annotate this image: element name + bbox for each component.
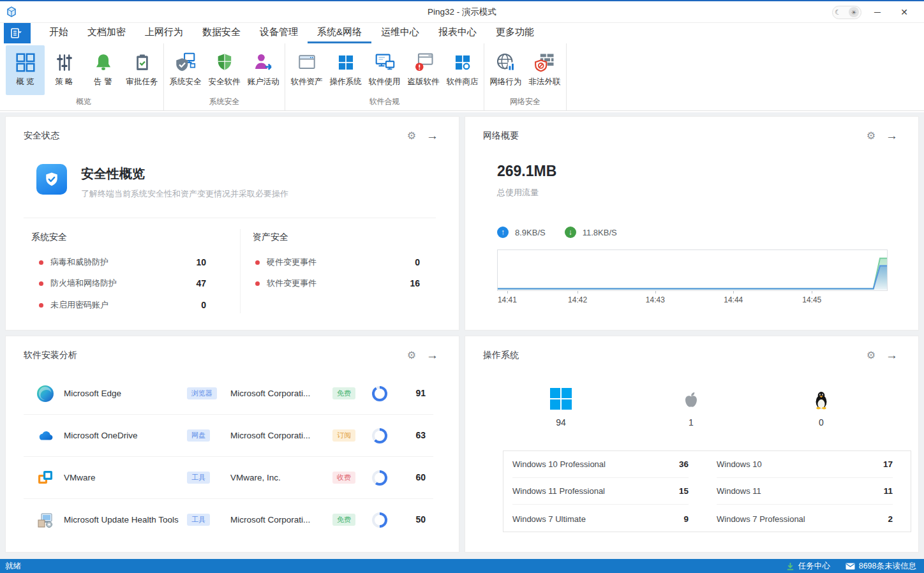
os-table-row[interactable]: Windows 7 Ultimate 9 — [512, 505, 689, 533]
software-row-onedrive[interactable]: Microsoft OneDrive 网盘 Microsoft Corporat… — [24, 415, 433, 457]
ribbon-item-account-activity[interactable]: 账户活动 — [244, 45, 283, 95]
ribbon-item-operating-system[interactable]: 操作系统 — [326, 45, 365, 95]
tab-system-network[interactable]: 系统&网络 — [308, 23, 371, 43]
tab-data-security[interactable]: 数据安全 — [193, 23, 250, 43]
ribbon-item-illegal-connection[interactable]: 非法外联 — [525, 45, 564, 95]
mail-icon — [846, 563, 855, 570]
tab-doc-encryption[interactable]: 文档加密 — [78, 23, 135, 43]
edge-icon — [36, 385, 54, 403]
install-count: 50 — [415, 514, 426, 525]
download-arrow-icon: ↓ — [565, 227, 576, 238]
os-version-count: 9 — [683, 514, 689, 524]
ribbon-item-pirated-software[interactable]: 盗版软件 — [404, 45, 443, 95]
stat-firewall-network[interactable]: 防火墙和网络防护 47 — [39, 278, 206, 289]
os-version-label: Windows 10 — [717, 459, 762, 469]
settings-gear-icon[interactable]: ⚙ — [867, 350, 876, 361]
ribbon-item-label: 安全软件 — [209, 77, 241, 87]
category-badge: 网盘 — [187, 429, 210, 442]
ribbon-group-software-compliance: 软件资产 操作系统 软件使用 — [285, 43, 484, 110]
tab-device-management[interactable]: 设备管理 — [250, 23, 308, 43]
software-row-update-health-tools[interactable]: Microsoft Update Health Tools 工具 Microso… — [24, 499, 433, 541]
stat-label: 未启用密码账户 — [50, 299, 201, 311]
apple-logo-icon — [653, 383, 729, 410]
stat-hardware-change[interactable]: 硬件变更事件 0 — [255, 257, 420, 268]
panel-title: 网络概要 — [483, 130, 519, 142]
window-icon — [295, 48, 318, 77]
divider — [24, 218, 436, 218]
ribbon-item-system-security[interactable]: 系统安全 — [166, 45, 205, 95]
theme-toggle[interactable]: ☾ ☀ — [832, 6, 861, 19]
os-table-row[interactable]: Windows 7 Professional 2 — [717, 505, 893, 533]
alert-dot-icon — [255, 281, 260, 286]
stat-virus-threat[interactable]: 病毒和威胁防护 10 — [39, 257, 206, 268]
tab-more-features[interactable]: 更多功能 — [486, 23, 544, 43]
ribbon-item-software-assets[interactable]: 软件资产 — [287, 45, 326, 95]
ribbon-item-overview[interactable]: 概 览 — [6, 45, 45, 95]
os-version-count: 15 — [679, 486, 689, 496]
x-axis-tick-label: 14:45 — [802, 295, 821, 304]
download-tray-icon — [786, 562, 794, 570]
os-table-row[interactable]: Windows 10 Professional 36 — [512, 451, 689, 478]
section-title-system-security: 系统安全 — [31, 232, 67, 243]
close-button[interactable]: ✕ — [893, 3, 915, 22]
ribbon-item-security-software[interactable]: 安全软件 — [205, 45, 244, 95]
minimize-button[interactable]: ─ — [867, 3, 888, 22]
main-menu-button[interactable] — [4, 23, 31, 43]
ribbon-group-label: 概览 — [6, 95, 161, 111]
software-row-edge[interactable]: Microsoft Edge 浏览器 Microsoft Corporati..… — [24, 373, 433, 415]
settings-gear-icon[interactable]: ⚙ — [867, 131, 876, 141]
section-title-asset-security: 资产安全 — [253, 232, 288, 243]
platform-linux[interactable]: 0 — [783, 383, 860, 428]
ribbon-item-label: 操作系统 — [330, 77, 362, 87]
security-overview: 安全性概览 了解终端当前系统安全性和资产变更情况并采取必要操作 — [36, 164, 288, 200]
stat-no-password-accounts[interactable]: 未启用密码账户 0 — [39, 299, 206, 311]
ribbon-item-software-store[interactable]: 软件商店 — [443, 45, 482, 95]
os-table-row[interactable]: Windows 11 11 — [717, 478, 893, 505]
tab-web-behavior[interactable]: 上网行为 — [135, 23, 193, 43]
software-vendor: Microsoft Corporati... — [230, 389, 326, 398]
unread-messages-button[interactable]: 8698条未读信息 — [846, 561, 916, 572]
software-row-vmware[interactable]: VMware 工具 VMware, Inc. 收费 60 — [24, 457, 433, 499]
tab-report-center[interactable]: 报表中心 — [429, 23, 486, 43]
open-detail-arrow-icon[interactable]: → — [886, 130, 898, 142]
open-detail-arrow-icon[interactable]: → — [426, 349, 438, 361]
ribbon-item-label: 账户活动 — [248, 77, 279, 87]
open-detail-arrow-icon[interactable]: → — [426, 130, 438, 142]
software-vendor: Microsoft Corporati... — [230, 431, 326, 440]
total-traffic-value: 269.1MB — [497, 163, 556, 180]
ribbon-item-software-usage[interactable]: 软件使用 — [365, 45, 404, 95]
windows-grid-icon — [335, 48, 357, 77]
os-table-row[interactable]: Windows 10 17 — [717, 451, 893, 478]
ribbon-item-network-behavior[interactable]: 网络行为 — [486, 45, 525, 95]
install-progress-ring — [372, 512, 387, 528]
os-table-row[interactable]: Windows 11 Professional 15 — [512, 478, 689, 505]
onedrive-icon — [36, 427, 54, 445]
stat-software-change[interactable]: 软件变更事件 16 — [255, 278, 420, 289]
platform-windows[interactable]: 94 — [523, 383, 599, 428]
software-name: Microsoft Edge — [64, 389, 121, 398]
install-count: 60 — [415, 472, 426, 482]
task-center-button[interactable]: 任务中心 — [786, 561, 830, 572]
ribbon-group-label: 系统安全 — [166, 95, 283, 111]
ribbon-item-label: 审批任务 — [126, 77, 158, 87]
stat-value: 16 — [410, 278, 420, 288]
globe-chart-icon — [495, 48, 518, 77]
vmware-icon — [36, 469, 54, 487]
tab-home[interactable]: 开始 — [40, 23, 78, 43]
alert-dot-icon — [255, 260, 260, 265]
ribbon-item-policy[interactable]: 策 略 — [45, 45, 84, 95]
settings-gear-icon[interactable]: ⚙ — [407, 350, 416, 361]
tab-ops-center[interactable]: 运维中心 — [371, 23, 429, 43]
upload-rate: ↑ 8.9KB/S — [497, 227, 546, 238]
os-version-count: 2 — [888, 514, 893, 524]
settings-gear-icon[interactable]: ⚙ — [407, 131, 416, 141]
panel-title: 软件安装分析 — [24, 350, 77, 361]
ribbon-item-alerts[interactable]: 告 警 — [84, 45, 123, 95]
app-store-grid-icon — [452, 48, 473, 77]
x-axis-tick-label: 14:41 — [498, 295, 517, 304]
platform-apple[interactable]: 1 — [653, 383, 729, 428]
panel-title: 安全状态 — [24, 130, 59, 142]
ribbon-item-approval-tasks[interactable]: 审批任务 — [123, 45, 161, 95]
os-version-count: 11 — [884, 486, 893, 496]
open-detail-arrow-icon[interactable]: → — [886, 349, 898, 361]
